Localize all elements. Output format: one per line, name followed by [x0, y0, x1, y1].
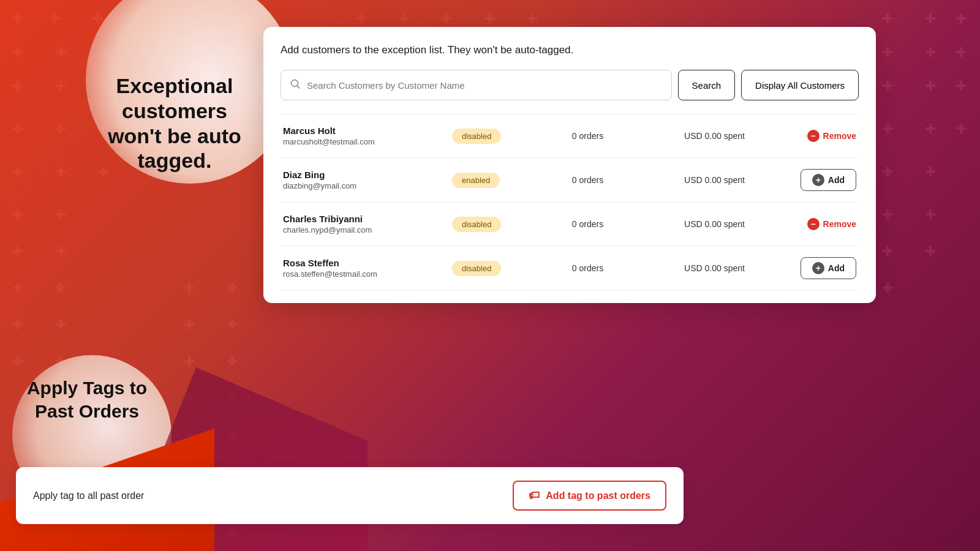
remove-label: Remove — [823, 131, 856, 141]
bottom-bar-text: Apply tag to all past order — [33, 490, 144, 501]
customer-email: charles.nypd@ymail.com — [283, 225, 442, 234]
table-row: Marcus Holt marcusholt@testmail.com disa… — [281, 114, 859, 158]
customer-name: Charles Tribiyanni — [283, 214, 442, 224]
table-row: Rosa Steffen rosa.steffen@testmail.com d… — [281, 246, 859, 291]
remove-icon: − — [807, 130, 820, 142]
badge: disabled — [452, 261, 501, 276]
action-column: + Add — [783, 257, 856, 279]
search-button[interactable]: Search — [678, 70, 736, 100]
search-icon — [290, 78, 301, 92]
badge: disabled — [452, 217, 501, 232]
customer-info: Rosa Steffen rosa.steffen@testmail.com — [283, 258, 442, 279]
customer-info: Diaz Bing diazbing@ymail.com — [283, 170, 442, 190]
add-label: Add — [828, 175, 845, 185]
add-label: Add — [828, 263, 845, 273]
customer-info: Marcus Holt marcusholt@testmail.com — [283, 126, 442, 146]
status-badge: disabled — [452, 217, 519, 232]
display-all-button[interactable]: Display All Customers — [741, 70, 859, 100]
customer-name: Diaz Bing — [283, 170, 442, 180]
customer-email: marcusholt@testmail.com — [283, 137, 442, 146]
amount-spent: USD 0.00 spent — [656, 131, 773, 141]
customer-email: rosa.steffen@testmail.com — [283, 269, 442, 279]
main-panel: Add customers to the exception list. The… — [263, 27, 876, 303]
badge: enabled — [452, 173, 500, 188]
orders-count: 0 orders — [529, 263, 646, 273]
bottom-bar: Apply tag to all past order 🏷 Add tag to… — [16, 467, 684, 524]
customer-list: Marcus Holt marcusholt@testmail.com disa… — [281, 114, 859, 291]
add-tag-to-past-button[interactable]: 🏷 Add tag to past orders — [513, 481, 666, 511]
remove-icon: − — [807, 218, 820, 230]
add-button[interactable]: + Add — [801, 169, 856, 191]
amount-spent: USD 0.00 spent — [656, 175, 773, 185]
svg-point-0 — [292, 80, 298, 87]
add-button[interactable]: + Add — [801, 257, 856, 279]
tag-icon: 🏷 — [529, 489, 540, 502]
headline-text: Exceptional customers won't be auto tagg… — [95, 73, 254, 173]
action-column: + Add — [783, 169, 856, 191]
amount-spent: USD 0.00 spent — [656, 263, 773, 273]
status-badge: disabled — [452, 261, 519, 276]
badge: disabled — [452, 129, 501, 144]
search-row: Search Display All Customers — [281, 70, 859, 100]
add-icon: + — [812, 262, 824, 274]
customer-name: Marcus Holt — [283, 126, 442, 136]
apply-tags-text: Apply Tags to Past Orders — [26, 377, 148, 422]
add-icon: + — [812, 174, 824, 186]
panel-description: Add customers to the exception list. The… — [281, 44, 859, 56]
orders-count: 0 orders — [529, 219, 646, 229]
remove-button[interactable]: − Remove — [807, 130, 856, 142]
remove-button[interactable]: − Remove — [807, 218, 856, 230]
search-input[interactable] — [307, 80, 663, 91]
action-column: − Remove — [783, 218, 856, 230]
svg-line-1 — [298, 86, 300, 89]
search-input-wrapper — [281, 70, 672, 100]
status-badge: disabled — [452, 129, 519, 144]
add-past-label: Add tag to past orders — [546, 490, 650, 501]
customer-info: Charles Tribiyanni charles.nypd@ymail.co… — [283, 214, 442, 234]
customer-email: diazbing@ymail.com — [283, 181, 442, 190]
amount-spent: USD 0.00 spent — [656, 219, 773, 229]
status-badge: enabled — [452, 173, 519, 188]
customer-name: Rosa Steffen — [283, 258, 442, 268]
orders-count: 0 orders — [529, 175, 646, 185]
table-row: Diaz Bing diazbing@ymail.com enabled 0 o… — [281, 158, 859, 203]
table-row: Charles Tribiyanni charles.nypd@ymail.co… — [281, 203, 859, 246]
action-column: − Remove — [783, 130, 856, 142]
orders-count: 0 orders — [529, 131, 646, 141]
remove-label: Remove — [823, 219, 856, 229]
